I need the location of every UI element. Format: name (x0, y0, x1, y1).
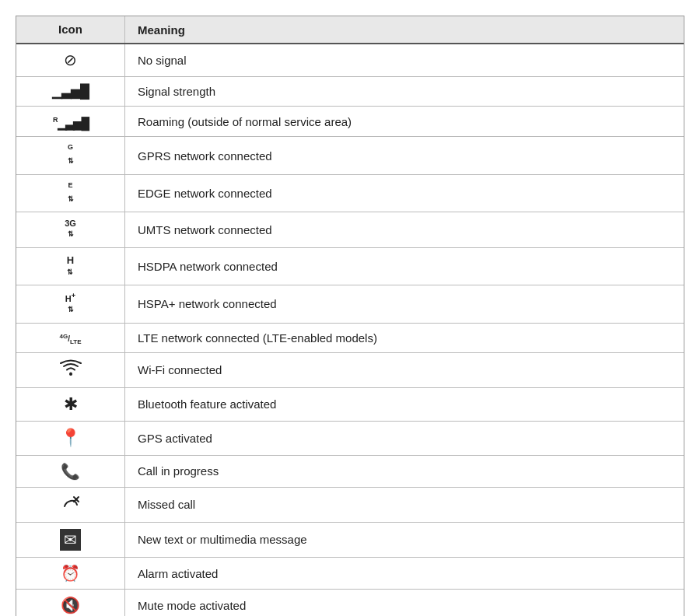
row-meaning: Wi-Fi connected (125, 357, 684, 383)
row-meaning: New text or multimedia message (125, 527, 684, 552)
row-meaning: Roaming (outside of normal service area) (125, 109, 684, 135)
row-meaning: GPRS network connected (125, 143, 684, 169)
message-icon: ✉ (60, 529, 81, 551)
missed-call-icon (60, 494, 82, 515)
row-meaning: EDGE network connected (125, 180, 684, 206)
call-icon: 📞 (61, 462, 80, 481)
table-row: 🔇 Mute mode activated (16, 590, 684, 616)
table-row: ⏰ Alarm activated (16, 558, 684, 590)
table-row: ✱ Bluetooth feature activated (16, 388, 684, 422)
row-icon (16, 353, 125, 387)
3g-icon: 3G⇅ (65, 219, 76, 239)
table-row: 4G/LTE LTE network connected (LTE-enable… (16, 324, 684, 354)
wifi-icon (60, 359, 82, 380)
table-row: ▁▃▅█ Signal strength (16, 77, 684, 107)
table-row: H+⇅ HSPA+ network connected (16, 285, 684, 323)
row-icon: ✉ (16, 523, 125, 557)
row-meaning: Call in progress (125, 458, 684, 484)
row-meaning: No signal (125, 47, 684, 73)
gprs-icon: G⇅ (68, 143, 74, 166)
alarm-icon: ⏰ (61, 564, 80, 583)
row-icon: G⇅ (16, 137, 125, 173)
table-row: Missed call (16, 488, 684, 523)
table-row: 3G⇅ UMTS network connected (16, 212, 684, 248)
row-meaning: Missed call (125, 492, 684, 517)
table-row: E⇅ EDGE network connected (16, 175, 684, 212)
table-row: ✉ New text or multimedia message (16, 523, 684, 558)
table-row: Wi-Fi connected (16, 353, 684, 388)
roaming-icon: R▁▃▅█ (53, 116, 88, 131)
row-meaning: UMTS network connected (125, 217, 684, 243)
header-icon-col: Icon (16, 16, 125, 43)
row-meaning: Signal strength (125, 79, 684, 104)
row-icon: 4G/LTE (16, 324, 125, 353)
row-icon: ▁▃▅█ (16, 77, 125, 107)
no-signal-icon: ⊘ (64, 51, 77, 69)
row-meaning: Alarm activated (125, 561, 684, 586)
row-meaning: GPS activated (125, 425, 684, 451)
mute-icon: 🔇 (61, 596, 80, 614)
row-meaning: HSDPA network connected (125, 254, 684, 279)
svg-point-0 (69, 373, 72, 376)
bluetooth-icon: ✱ (64, 394, 78, 415)
table-header: Icon Meaning (16, 16, 684, 44)
row-icon: 3G⇅ (16, 212, 125, 247)
row-icon: 📞 (16, 456, 125, 488)
row-meaning: Mute mode activated (125, 593, 684, 616)
row-icon: H⇅ (16, 248, 125, 285)
row-icon: R▁▃▅█ (16, 107, 125, 136)
gps-icon: 📍 (60, 428, 81, 448)
row-icon (16, 488, 125, 522)
row-icon: ✱ (16, 388, 125, 421)
header-meaning-col: Meaning (125, 17, 684, 43)
row-meaning: Bluetooth feature activated (125, 391, 684, 417)
row-icon: 🔇 (16, 590, 125, 616)
hsdpa-icon: H⇅ (67, 254, 74, 277)
icon-meaning-table: Icon Meaning ⊘ No signal ▁▃▅█ Signal str… (16, 16, 684, 616)
row-meaning: LTE network connected (LTE-enabled model… (125, 325, 684, 351)
row-icon: E⇅ (16, 175, 125, 212)
table-row: H⇅ HSDPA network connected (16, 248, 684, 285)
table-row: G⇅ GPRS network connected (16, 137, 684, 174)
table-row: R▁▃▅█ Roaming (outside of normal service… (16, 107, 684, 137)
lte-icon: 4G/LTE (60, 333, 82, 346)
table-row: 📍 GPS activated (16, 422, 684, 455)
signal-strength-icon: ▁▃▅█ (52, 84, 89, 100)
row-icon: 📍 (16, 422, 125, 454)
row-meaning: HSPA+ network connected (125, 291, 684, 317)
row-icon: ⊘ (16, 44, 125, 76)
row-icon: ⏰ (16, 558, 125, 590)
hspa-plus-icon: H+⇅ (65, 292, 75, 314)
edge-icon: E⇅ (68, 181, 74, 204)
table-row: ⊘ No signal (16, 44, 684, 77)
row-icon: H+⇅ (16, 285, 125, 322)
table-row: 📞 Call in progress (16, 456, 684, 488)
